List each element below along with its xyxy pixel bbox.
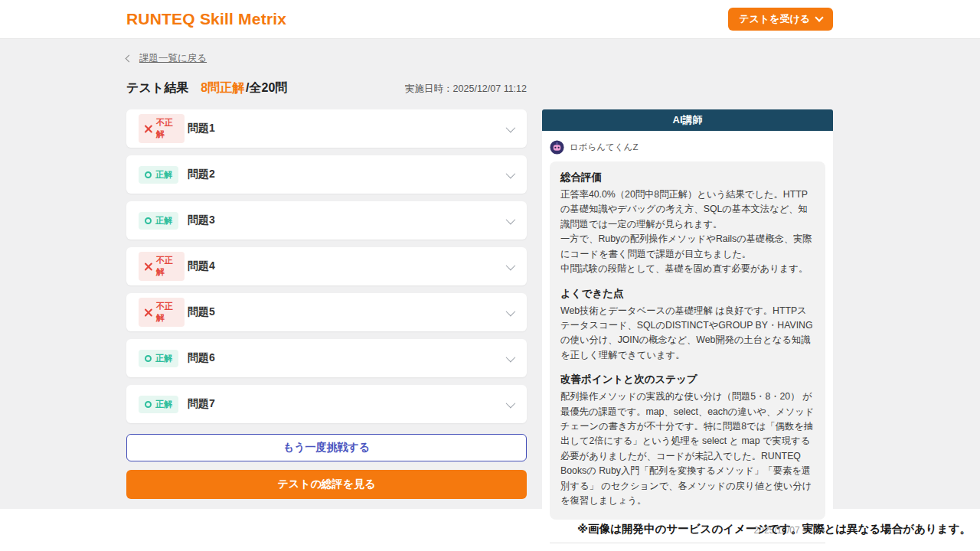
x-icon: [145, 125, 152, 133]
ai-column: AI講師 ロボらんてくんZ: [542, 80, 833, 551]
result-title-row: テスト結果 8問正解 /全20問 実施日時：2025/12/07 11:12: [126, 80, 527, 97]
status-badge: 正解: [139, 166, 178, 184]
chevron-down-icon: [506, 214, 516, 224]
status-badge: 正解: [139, 212, 178, 230]
test-date: 実施日時：2025/12/07 11:12: [405, 83, 527, 96]
page: RUNTEQ Skill Metrix テストを受ける 課題一覧に戻る テスト結…: [0, 0, 980, 551]
x-icon: [145, 262, 152, 271]
results-column: テスト結果 8問正解 /全20問 実施日時：2025/12/07 11:12 不…: [126, 80, 527, 551]
question-label: 問題5: [188, 305, 215, 319]
breadcrumb: 課題一覧に戻る: [126, 52, 833, 64]
service-disclaimer: ※画像は開発中のサービスのイメージです。実際とは異なる場合があります。: [577, 522, 971, 536]
status-badge: 正解: [139, 396, 178, 413]
question-row-7[interactable]: 正解 問題7: [126, 385, 527, 423]
score-total: /全20問: [246, 80, 287, 96]
section-body: 配列操作メソッドの実践的な使い分け（問題5・8・20） が最優先の課題です。ma…: [560, 390, 815, 508]
circle-icon: [145, 355, 152, 362]
question-row-6[interactable]: 正解 問題6: [126, 339, 527, 377]
app-logo: RUNTEQ Skill Metrix: [126, 10, 286, 28]
main-area: 課題一覧に戻る テスト結果 8問正解 /全20問 実施日時：2025/12/07…: [0, 39, 980, 509]
circle-icon: [145, 217, 152, 224]
x-icon: [145, 308, 152, 317]
question-label: 問題1: [188, 122, 215, 135]
section-improvements: 改善ポイントと次のステップ 配列操作メソッドの実践的な使い分け（問題5・8・20…: [560, 373, 815, 508]
top-bar: RUNTEQ Skill Metrix テストを受ける: [0, 0, 980, 39]
question-row-1[interactable]: 不正解 問題1: [126, 109, 527, 148]
retry-button[interactable]: もう一度挑戦する: [126, 434, 527, 461]
take-test-button[interactable]: テストを受ける: [728, 8, 833, 31]
section-body: Web技術とデータベースの基礎理解 は良好です。HTTPステータスコード、SQL…: [560, 304, 815, 364]
section-heading: 改善ポイントと次のステップ: [560, 373, 815, 386]
question-row-3[interactable]: 正解 問題3: [126, 201, 527, 240]
divider: [550, 543, 825, 543]
status-badge: 不正解: [139, 252, 185, 281]
take-test-label: テストを受ける: [739, 12, 810, 26]
status-badge: 不正解: [139, 114, 185, 143]
chevron-down-icon: [506, 122, 516, 132]
chevron-down-icon: [506, 260, 516, 270]
question-row-5[interactable]: 不正解 問題5: [126, 293, 527, 331]
question-label: 問題7: [188, 397, 215, 411]
bot-identity: ロボらんてくんZ: [550, 140, 825, 155]
chevron-down-icon: [815, 13, 823, 21]
section-strengths: よくできた点 Web技術とデータベースの基礎理解 は良好です。HTTPステータス…: [560, 287, 815, 364]
question-label: 問題6: [188, 351, 215, 365]
chevron-down-icon: [506, 398, 516, 408]
section-overall: 総合評価 正答率40.0%（20問中8問正解）という結果でした。HTTPの基礎知…: [560, 171, 815, 277]
question-label: 問題3: [188, 214, 215, 227]
status-badge: 正解: [139, 350, 178, 367]
chevron-down-icon: [506, 352, 516, 362]
chevron-down-icon: [506, 306, 516, 316]
score-value: 8問正解: [201, 80, 244, 96]
section-body: 正答率40.0%（20問中8問正解）という結果でした。HTTPの基礎知識やデバッ…: [560, 187, 815, 277]
back-to-list-link[interactable]: 課題一覧に戻る: [139, 52, 207, 65]
question-row-4[interactable]: 不正解 問題4: [126, 247, 527, 285]
question-label: 問題4: [188, 259, 215, 273]
section-heading: よくできた点: [560, 287, 815, 301]
chevron-left-icon: [126, 54, 133, 62]
question-label: 問題2: [188, 168, 215, 181]
circle-icon: [145, 171, 152, 178]
circle-icon: [145, 401, 152, 408]
chevron-down-icon: [506, 168, 516, 178]
page-title: テスト結果: [126, 80, 188, 96]
section-heading: 総合評価: [560, 171, 815, 184]
status-badge: 不正解: [139, 298, 185, 327]
bot-name: ロボらんてくんZ: [570, 142, 638, 153]
ai-panel-title: AI講師: [542, 109, 833, 131]
view-summary-button[interactable]: テストの総評を見る: [126, 470, 527, 499]
ai-message-bubble: 総合評価 正答率40.0%（20問中8問正解）という結果でした。HTTPの基礎知…: [550, 161, 825, 520]
ai-panel: AI講師 ロボらんてくんZ: [542, 109, 833, 551]
question-row-2[interactable]: 正解 問題2: [126, 155, 527, 194]
robot-avatar: [550, 140, 564, 155]
